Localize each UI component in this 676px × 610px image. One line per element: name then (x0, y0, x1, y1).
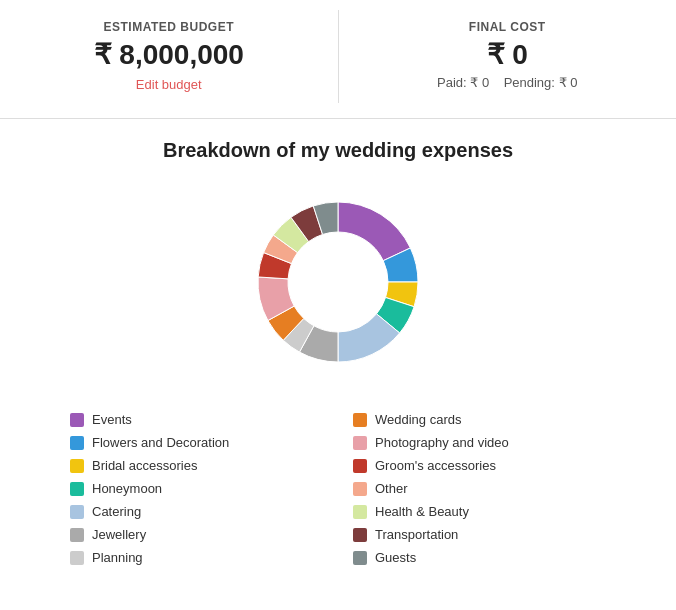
budget-section: ESTIMATED BUDGET ₹ 8,000,000 Edit budget… (0, 0, 676, 119)
main-section: Breakdown of my wedding expenses EventsW… (0, 119, 676, 585)
pending-amount: ₹ 0 (559, 75, 578, 90)
estimated-budget-amount: ₹ 8,000,000 (20, 38, 318, 71)
edit-budget-link[interactable]: Edit budget (136, 77, 202, 92)
paid-label: Paid: (437, 75, 467, 90)
legend-item: Bridal accessories (70, 458, 323, 473)
legend-item: Flowers and Decoration (70, 435, 323, 450)
chart-title: Breakdown of my wedding expenses (30, 139, 646, 162)
legend-label: Transportation (375, 527, 458, 542)
legend-color-dot (70, 528, 84, 542)
final-cost-label: FINAL COST (359, 20, 657, 34)
legend-color-dot (353, 482, 367, 496)
legend-color-dot (70, 459, 84, 473)
legend-label: Planning (92, 550, 143, 565)
estimated-budget-col: ESTIMATED BUDGET ₹ 8,000,000 Edit budget (0, 10, 339, 103)
donut-chart (238, 182, 438, 382)
legend-label: Flowers and Decoration (92, 435, 229, 450)
legend-label: Health & Beauty (375, 504, 469, 519)
legend-item: Wedding cards (353, 412, 606, 427)
legend-item: Honeymoon (70, 481, 323, 496)
legend-item: Photography and video (353, 435, 606, 450)
legend-label: Jewellery (92, 527, 146, 542)
chart-container (30, 182, 646, 382)
legend-color-dot (353, 413, 367, 427)
legend-grid: EventsWedding cardsFlowers and Decoratio… (30, 412, 646, 565)
legend-label: Other (375, 481, 408, 496)
legend-label: Guests (375, 550, 416, 565)
paid-amount: ₹ 0 (470, 75, 489, 90)
legend-item: Jewellery (70, 527, 323, 542)
legend-item: Other (353, 481, 606, 496)
legend-item: Health & Beauty (353, 504, 606, 519)
legend-color-dot (70, 436, 84, 450)
legend-item: Groom's accessories (353, 458, 606, 473)
legend-label: Groom's accessories (375, 458, 496, 473)
legend-color-dot (70, 505, 84, 519)
legend-color-dot (70, 413, 84, 427)
legend-label: Catering (92, 504, 141, 519)
legend-color-dot (353, 436, 367, 450)
legend-label: Photography and video (375, 435, 509, 450)
paid-pending-info: Paid: ₹ 0 Pending: ₹ 0 (359, 75, 657, 90)
legend-color-dot (353, 551, 367, 565)
legend-color-dot (353, 528, 367, 542)
legend-label: Wedding cards (375, 412, 461, 427)
legend-item: Catering (70, 504, 323, 519)
legend-color-dot (70, 551, 84, 565)
legend-item: Transportation (353, 527, 606, 542)
legend-item: Planning (70, 550, 323, 565)
final-cost-amount: ₹ 0 (359, 38, 657, 71)
legend-item: Guests (353, 550, 606, 565)
legend-item: Events (70, 412, 323, 427)
legend-color-dot (353, 459, 367, 473)
legend-color-dot (353, 505, 367, 519)
final-cost-col: FINAL COST ₹ 0 Paid: ₹ 0 Pending: ₹ 0 (339, 10, 677, 103)
pending-label: Pending: (504, 75, 555, 90)
legend-label: Honeymoon (92, 481, 162, 496)
estimated-budget-label: ESTIMATED BUDGET (20, 20, 318, 34)
legend-label: Events (92, 412, 132, 427)
legend-label: Bridal accessories (92, 458, 198, 473)
legend-color-dot (70, 482, 84, 496)
